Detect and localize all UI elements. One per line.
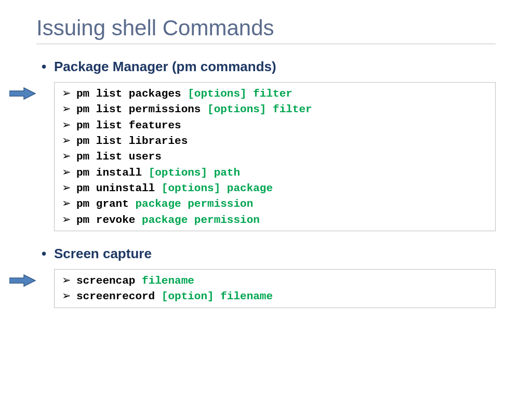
chevron-icon: ➢: [62, 149, 71, 163]
command-text: screencap: [76, 274, 142, 288]
command-line: ➢pm revoke package permission: [62, 212, 488, 228]
chevron-icon: ➢: [62, 101, 71, 116]
command-line: ➢pm install [options] path: [62, 165, 488, 180]
code-box-pm: ➢pm list packages [options] filter ➢pm l…: [54, 82, 496, 231]
svg-marker-1: [9, 275, 35, 286]
arrow-icon: [9, 87, 36, 100]
command-line: ➢pm list libraries: [62, 133, 488, 149]
command-text: pm list packages: [76, 87, 188, 101]
chevron-icon: ➢: [62, 196, 71, 210]
command-line: ➢screenrecord [option] filename: [62, 288, 488, 304]
command-line: ➢pm uninstall [options] package: [62, 180, 488, 196]
command-text: pm revoke: [76, 213, 142, 228]
chevron-icon: ➢: [62, 165, 71, 179]
chevron-icon: ➢: [62, 212, 71, 227]
command-args: [options] path: [149, 166, 240, 180]
slide: Issuing shell Commands Package Manager (…: [0, 0, 532, 308]
chevron-icon: ➢: [62, 180, 71, 195]
command-args: package permission: [135, 197, 253, 211]
command-line: ➢pm grant package permission: [62, 196, 488, 211]
chevron-icon: ➢: [62, 86, 71, 100]
command-text: pm grant: [76, 197, 135, 211]
command-text: screenrecord: [76, 289, 162, 304]
command-text: pm list users: [76, 150, 162, 164]
chevron-icon: ➢: [62, 288, 71, 303]
command-line: ➢pm list packages [options] filter: [62, 86, 488, 101]
command-args: [options] filter: [207, 102, 312, 117]
command-text: pm install: [76, 166, 149, 180]
code-box-screen: ➢screencap filename ➢screenrecord [optio…: [54, 269, 496, 308]
section-heading: Screen capture: [54, 246, 496, 262]
command-text: pm list features: [76, 118, 181, 133]
svg-marker-0: [9, 88, 35, 99]
arrow-icon: [9, 274, 36, 287]
command-args: [options] package: [162, 181, 273, 196]
command-line: ➢pm list users: [62, 149, 488, 164]
command-args: [options] filter: [188, 87, 292, 101]
command-text: pm uninstall: [76, 181, 162, 196]
slide-title: Issuing shell Commands: [36, 16, 496, 44]
section-heading: Package Manager (pm commands): [54, 59, 496, 75]
command-line: ➢pm list features: [62, 117, 488, 133]
section-package-manager: Package Manager (pm commands) ➢pm list p…: [36, 59, 496, 231]
section-screen-capture: Screen capture ➢screencap filename ➢scre…: [36, 246, 496, 308]
chevron-icon: ➢: [62, 117, 71, 132]
command-line: ➢pm list permissions [options] filter: [62, 101, 488, 117]
command-args: filename: [142, 274, 194, 288]
command-args: package permission: [142, 213, 260, 228]
chevron-icon: ➢: [62, 133, 71, 148]
command-args: [option] filename: [162, 289, 273, 304]
chevron-icon: ➢: [62, 273, 71, 287]
command-line: ➢screencap filename: [62, 273, 488, 288]
command-text: pm list libraries: [76, 134, 188, 149]
command-text: pm list permissions: [76, 102, 207, 117]
